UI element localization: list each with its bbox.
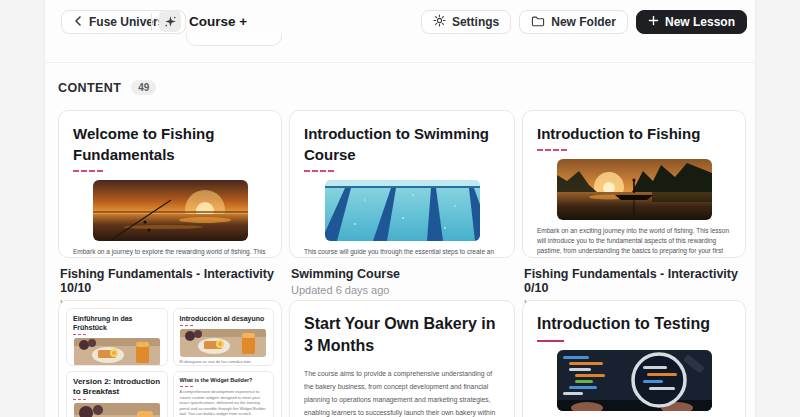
breakfast-image — [74, 403, 160, 417]
chevron-left-icon — [73, 15, 83, 30]
mini-card-title: Introducción al desayuno — [180, 314, 268, 323]
main-panel: Fuse Universal Course + — [44, 0, 756, 417]
topbar-actions: Settings New Folder New Lesson — [421, 10, 747, 34]
title-accent-line — [73, 399, 86, 400]
lesson-cell: Introduction to Testing — [522, 300, 746, 417]
lesson-updated: Updated 6 days ago — [291, 284, 513, 296]
card-title: Start Your Own Bakery in 3 Months — [304, 313, 500, 357]
lesson-grid: Welcome to Fishing Fundamentals — [58, 110, 746, 417]
title-accent-line — [180, 386, 193, 387]
mini-card-title: Einführung in das Frühstück — [73, 314, 161, 332]
scrolled-out-card-edge — [186, 33, 282, 46]
sparkle-icon — [159, 10, 181, 32]
lesson-card-testing[interactable]: Introduction to Testing — [522, 300, 746, 417]
settings-button[interactable]: Settings — [421, 10, 511, 34]
section-divider — [45, 62, 755, 63]
card-excerpt: Embark on a journey to explore the rewar… — [73, 247, 267, 258]
new-folder-button[interactable]: New Folder — [519, 10, 628, 34]
mini-card-widget-builder[interactable]: What is the Widget Builder? A comprehens… — [173, 371, 275, 417]
lesson-card-breakfast-pages[interactable]: Einführung in das Frühstück — [58, 300, 282, 417]
lesson-name: Swimming Course — [291, 267, 513, 281]
swimming-pool-image — [325, 180, 480, 241]
new-lesson-button[interactable]: New Lesson — [636, 10, 747, 34]
card-excerpt: This course will guide you through the e… — [304, 247, 500, 258]
sunset-lake-fishing-image — [93, 180, 248, 241]
card-paragraph: The course aims to provide a comprehensi… — [304, 367, 500, 417]
card-title: Introduction to Testing — [537, 313, 731, 335]
lesson-meta: Swimming Course Updated 6 days ago — [289, 258, 515, 296]
lesson-cell: Einführung in das Frühstück — [58, 300, 282, 417]
card-title: Introduction to Swimming Course — [304, 123, 500, 165]
mini-card-title: What is the Widget Builder? — [180, 377, 268, 384]
card-excerpt: Embark on an exciting journey into the w… — [537, 226, 731, 258]
plus-icon — [648, 15, 659, 29]
mini-card-title: Version 2: Introduction to Breakfast — [73, 377, 161, 397]
breakfast-image — [180, 329, 266, 357]
lesson-card-swimming[interactable]: Introduction to Swimming Course — [289, 110, 515, 258]
new-lesson-button-label: New Lesson — [665, 15, 735, 29]
lesson-cell: Introduction to Fishing — [522, 110, 746, 300]
settings-button-label: Settings — [452, 15, 499, 29]
boat-fishing-sunset-image — [557, 159, 712, 220]
breakfast-image — [74, 338, 160, 366]
page-title-group: Course + — [159, 10, 247, 32]
page-title: Course + — [189, 14, 247, 29]
lesson-cell: Welcome to Fishing Fundamentals — [58, 110, 282, 300]
lesson-cell: Start Your Own Bakery in 3 Months The co… — [289, 300, 515, 417]
lesson-card-bakery[interactable]: Start Your Own Bakery in 3 Months The co… — [289, 300, 515, 417]
mini-card-excerpt: A comprehensive development experience t… — [180, 389, 268, 417]
lesson-cell: Introduction to Swimming Course — [289, 110, 515, 300]
code-testing-image — [557, 350, 712, 411]
lesson-card-fishing-fundamentals[interactable]: Welcome to Fishing Fundamentals — [58, 110, 282, 258]
folder-icon — [531, 15, 545, 30]
gear-icon — [433, 14, 446, 30]
title-accent-line — [304, 170, 334, 172]
new-folder-button-label: New Folder — [551, 15, 616, 29]
mini-card-grid: Einführung in das Frühstück — [66, 308, 274, 417]
card-title: Introduction to Fishing — [537, 123, 731, 144]
mini-card-spanish-breakfast[interactable]: Introducción al desayuno — [173, 308, 275, 366]
content-header: CONTENT 49 — [58, 80, 156, 95]
title-accent-line — [537, 340, 564, 342]
title-accent-line — [73, 334, 86, 335]
topbar-divider-line — [151, 13, 152, 31]
title-accent-line — [537, 149, 567, 151]
topbar: Fuse Universal Course + — [45, 0, 755, 62]
content-count-badge: 49 — [131, 80, 156, 95]
mini-card-breakfast-v2[interactable]: Version 2: Introduction to Breakfast — [66, 371, 168, 417]
mini-card-excerpt: El desayuno es una de las comidas más im… — [180, 359, 268, 366]
mini-card-german-breakfast[interactable]: Einführung in das Frühstück — [66, 308, 168, 366]
content-section-label: CONTENT — [58, 81, 121, 95]
lesson-name: Fishing Fundamentals - Interactivity 10/… — [60, 267, 280, 295]
title-accent-line — [73, 170, 103, 172]
card-title: Welcome to Fishing Fundamentals — [73, 123, 267, 165]
title-accent-line — [180, 325, 193, 326]
lesson-name: Fishing Fundamentals - Interactivity 0/1… — [524, 267, 744, 295]
lesson-card-intro-fishing[interactable]: Introduction to Fishing — [522, 110, 746, 258]
